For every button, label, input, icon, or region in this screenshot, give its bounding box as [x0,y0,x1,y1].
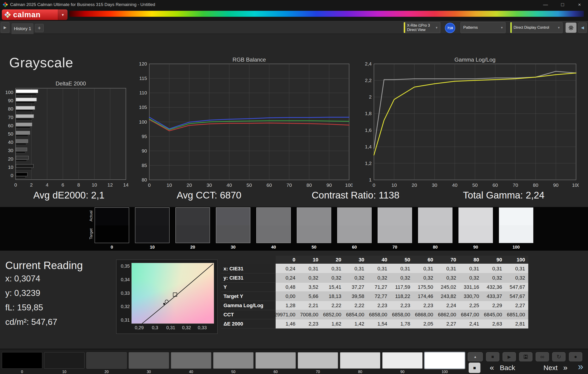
pattern-patch-70[interactable] [298,352,338,369]
swatch-target [257,225,291,243]
svg-text:6: 6 [62,182,64,187]
meter-dropdown[interactable]: X-Rite i1Pro 3 Direct View ▼ [404,22,440,33]
pattern-patch-40[interactable] [171,352,211,369]
tab-history-1[interactable]: History 1 [11,23,34,34]
display-control-dropdown[interactable]: Direct Display Control ▼ [510,22,563,33]
svg-text:14: 14 [123,182,129,187]
svg-text:80: 80 [142,177,147,182]
svg-text:40: 40 [226,182,232,188]
settings-gear-button[interactable] [566,22,577,33]
table-cell: 0,32 [482,273,505,283]
pattern-patch-30[interactable] [129,352,169,369]
pattern-patch-50[interactable] [213,352,253,369]
meter-status-badge[interactable]: 718 [445,23,455,33]
svg-text:8: 8 [77,182,80,187]
calman-wordmark: calman [13,10,41,19]
continuous-measure-button[interactable]: ∞ [536,352,549,361]
refresh-button[interactable]: ↻ [552,352,566,361]
reading-cdm2: cd/m²: 547,67 [5,317,57,327]
table-cell: 6858,00 [390,310,413,319]
cie-overlay [131,263,214,324]
table-cell: 0,32 [436,273,459,283]
patch-level-label: 30 [129,370,169,374]
actual-row-label: Actual [89,207,94,225]
table-col-header: 50 [390,256,413,264]
table-cell: 0,31 [368,264,390,273]
table-cell: 0,31 [413,264,436,273]
patterns-dropdown[interactable]: Patterns ▼ [461,22,505,33]
next-button[interactable]: Next [544,364,558,372]
back-button[interactable]: Back [500,364,515,372]
pattern-patch-80[interactable] [340,352,380,369]
table-col-header: 90 [482,256,505,264]
table-cell: 0,32 [322,273,345,283]
calman-menu-chevron-icon[interactable]: ▼ [58,10,68,20]
patch-level-label: 100 [424,370,465,374]
play-button[interactable]: ▶ [503,352,516,361]
window-controls: — □ × [537,0,588,9]
pattern-window-button[interactable]: ■ [469,363,481,373]
save-button[interactable] [519,352,532,361]
stop-button[interactable]: ■ [486,352,499,361]
svg-text:10: 10 [167,182,172,188]
svg-text:90: 90 [326,182,332,188]
svg-text:1: 1 [369,177,372,182]
color-spectrum-bar [69,11,584,17]
maximize-button[interactable]: □ [554,0,571,9]
collapse-panel-button[interactable]: ◀ [578,22,587,33]
pattern-patch-0[interactable] [2,352,42,369]
corner-chevron-icon[interactable]: » [578,361,583,372]
swatch-actual [418,208,452,225]
bottom-bar: 0102030405060708090100 ▲ ■ ▶ ∞ ↻ ● ■ « B… [0,349,588,374]
table-cell: 2,25 [459,301,482,310]
svg-text:100: 100 [345,182,353,188]
svg-text:12: 12 [107,182,113,187]
svg-text:110: 110 [139,90,147,95]
table-cell: 15,41 [322,283,345,292]
swatch-level-label: 30 [216,245,250,250]
table-cell: 0,24 [276,264,299,273]
table-cell: 0,31 [390,264,413,273]
table-cell: 2,29 [482,301,505,310]
pattern-patch-10[interactable] [44,352,84,369]
back-chevron-icon[interactable]: « [490,363,494,372]
meter-line1: X-Rite i1Pro 3 [407,23,430,28]
pattern-patch-90[interactable] [382,352,423,369]
table-cell: 174,46 [413,292,436,301]
next-chevron-icon[interactable]: » [563,363,567,372]
pattern-patch-60[interactable] [255,352,296,369]
table-cell: 2,21 [299,301,322,310]
calman-menu-button[interactable]: calman ▼ [2,10,68,20]
expand-up-button[interactable]: ▲ [468,352,483,361]
record-button[interactable]: ● [569,352,582,361]
window-title: Calman 2025 Calman Ultimate for Business… [10,2,155,7]
svg-text:10: 10 [92,182,97,187]
table-row-label: ΔE 2000 [221,319,276,329]
pattern-patch-20[interactable] [86,352,127,369]
grayscale-swatch-100 [499,207,533,243]
grayscale-swatch-90 [458,207,493,243]
close-button[interactable]: × [571,0,588,9]
add-tab-button[interactable]: + [35,24,44,32]
patch-level-label: 10 [44,370,84,374]
reading-x: x: 0,3074 [5,274,40,283]
table-cell: 1,46 [276,319,299,329]
table-cell: 433,37 [482,292,505,301]
table-col-header: 60 [413,256,436,264]
calman-logo-icon [4,11,11,18]
pattern-patch-100[interactable] [424,352,465,369]
svg-text:20: 20 [412,182,417,188]
table-cell: 6852,00 [322,310,345,319]
table-row-label: Gamma Log/Log [221,301,276,310]
table-cell: 175,50 [413,283,436,292]
table-cell: 2,27 [436,319,459,329]
toolbar: ▶ History 1 + X-Rite i1Pro 3 Direct View… [0,21,588,34]
table-col-header: 10 [299,256,322,264]
swatch-target [176,225,210,243]
minimize-button[interactable]: — [537,0,554,9]
table-col-header: 0 [276,256,299,264]
deltae-chart-title: DeltaE 2000 [18,80,124,87]
table-cell: 18,13 [322,292,345,301]
workflow-flyout-button[interactable]: ▶ [1,22,10,33]
table-cell: 547,67 [505,283,528,292]
